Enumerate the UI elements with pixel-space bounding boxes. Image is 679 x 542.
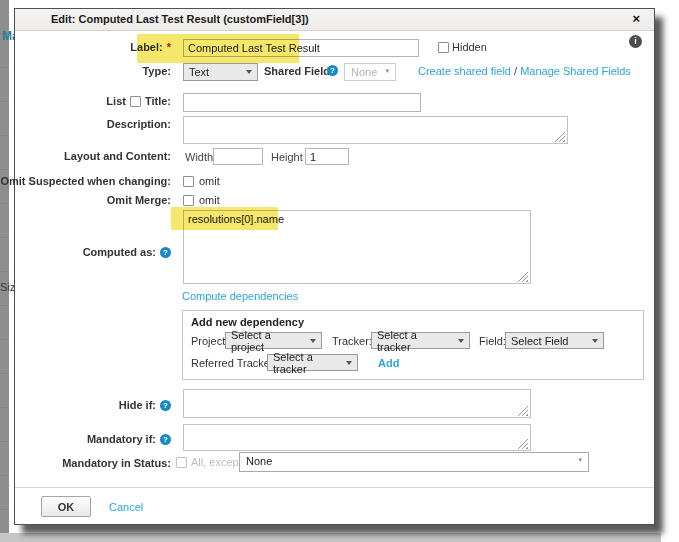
width-label: Width (185, 151, 213, 163)
page-sidebar-strip (0, 0, 9, 542)
type-select[interactable]: Text (183, 63, 258, 81)
chevron-down-icon (346, 361, 352, 365)
title-label: Title: (145, 95, 171, 107)
ok-button[interactable]: OK (41, 496, 91, 517)
help-icon[interactable]: ? (327, 65, 338, 76)
omit-suspected-label: Omit Suspected when changing: (0, 175, 171, 187)
field-select[interactable]: Select Field (505, 332, 604, 349)
field-label: Field: (479, 335, 506, 347)
referred-tracker-label: Referred Tracker: (191, 357, 277, 369)
height-label: Height (271, 151, 303, 163)
help-icon[interactable]: ? (160, 400, 171, 411)
omit-suspected-checkbox-label: omit (199, 175, 220, 187)
mandatory-in-status-label: Mandatory in Status: (62, 457, 171, 469)
shared-field-links: Create shared field / Manage Shared Fiel… (418, 65, 631, 77)
status-select[interactable]: None ▾ (239, 452, 589, 472)
layout-label: Layout and Content: (64, 150, 171, 162)
project-select[interactable]: Select a project (225, 332, 322, 349)
hide-if-textarea[interactable] (183, 389, 531, 418)
title-field[interactable] (183, 93, 421, 112)
footer-divider (15, 487, 654, 488)
mandatory-if-label: Mandatory if: ? (87, 433, 171, 445)
all-except-label: All, except: (191, 456, 245, 468)
manage-shared-fields-link[interactable]: Manage Shared Fields (520, 65, 631, 77)
omit-merge-checkbox[interactable] (183, 195, 194, 206)
info-icon[interactable]: i (629, 35, 642, 48)
omit-merge-checkbox-label: omit (199, 194, 220, 206)
omit-suspected-checkbox[interactable] (183, 176, 194, 187)
dependency-panel-title: Add new dependency (191, 316, 304, 328)
chevron-down-icon (592, 339, 598, 343)
shared-field-select[interactable]: None ▾ (344, 63, 396, 81)
label-field[interactable] (183, 39, 419, 57)
omit-merge-label: Omit Merge: (107, 194, 171, 206)
hide-if-label: Hide if: ? (119, 399, 171, 411)
link-separator: / (514, 65, 517, 77)
dialog-titlebar: Edit: Computed Last Test Result (customF… (15, 9, 654, 31)
all-except-checkbox[interactable] (176, 457, 187, 468)
list-title-label: List Title: (106, 95, 171, 107)
computed-as-label: Computed as: ? (83, 246, 171, 258)
add-dependency-link[interactable]: Add (378, 357, 399, 369)
mandatory-if-textarea[interactable] (183, 424, 531, 451)
hidden-checkbox[interactable] (438, 42, 449, 53)
create-shared-field-link[interactable]: Create shared field (418, 65, 511, 77)
shared-field-label: Shared Field: (264, 65, 334, 77)
help-icon[interactable]: ? (160, 434, 171, 445)
description-label: Description: (107, 118, 171, 130)
tracker-label: Tracker: (332, 335, 372, 347)
dialog-title: Edit: Computed Last Test Result (customF… (51, 13, 309, 25)
dropdown-arrow-icon: ▾ (385, 66, 389, 75)
list-label: List (106, 95, 126, 107)
dependency-panel: Add new dependency Project: Select a pro… (182, 310, 644, 380)
type-label: Type: (142, 65, 171, 77)
edit-field-dialog: Edit: Computed Last Test Result (customF… (14, 8, 655, 525)
compute-dependencies-link[interactable]: Compute dependencies (182, 290, 298, 302)
cancel-link[interactable]: Cancel (109, 501, 143, 513)
close-icon[interactable]: × (632, 12, 640, 26)
project-label: Project: (191, 335, 228, 347)
page-bottom-band (0, 533, 661, 542)
referred-tracker-select[interactable]: Select a tracker (267, 354, 358, 371)
label-row-label: Label:* (130, 41, 171, 53)
description-textarea[interactable] (183, 116, 568, 144)
computed-as-textarea[interactable]: resolutions[0].name (183, 210, 531, 284)
dropdown-arrow-icon: ▾ (578, 455, 582, 464)
chevron-down-icon (246, 70, 252, 74)
chevron-down-icon (458, 339, 464, 343)
required-mark: * (167, 41, 171, 53)
width-field[interactable] (213, 148, 263, 165)
help-icon[interactable]: ? (160, 247, 171, 258)
chevron-down-icon (310, 339, 316, 343)
list-checkbox[interactable] (130, 96, 141, 107)
hidden-checkbox-label: Hidden (452, 41, 487, 53)
tracker-select[interactable]: Select a tracker (371, 332, 470, 349)
height-field[interactable] (305, 148, 349, 165)
